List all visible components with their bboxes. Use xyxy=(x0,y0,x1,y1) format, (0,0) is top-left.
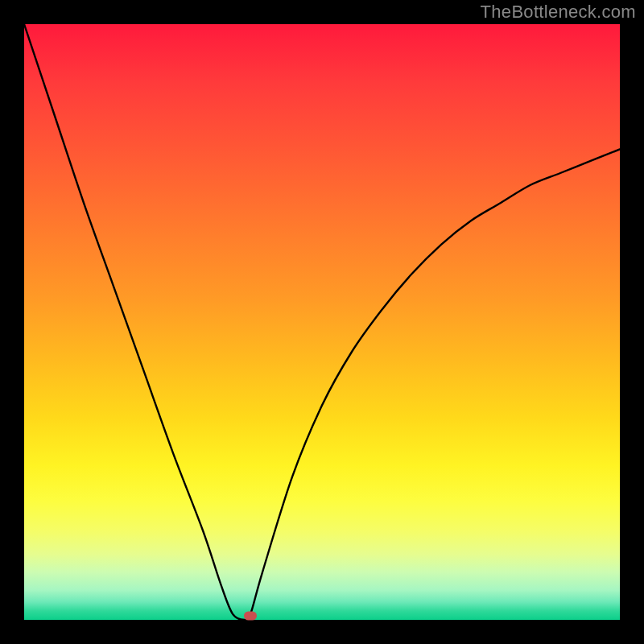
curve-svg xyxy=(24,24,620,620)
plot-area xyxy=(24,24,620,620)
bottleneck-curve xyxy=(24,24,620,620)
minimum-marker xyxy=(244,612,257,621)
chart-container: TheBottleneck.com xyxy=(0,0,644,644)
watermark-text: TheBottleneck.com xyxy=(481,2,636,23)
